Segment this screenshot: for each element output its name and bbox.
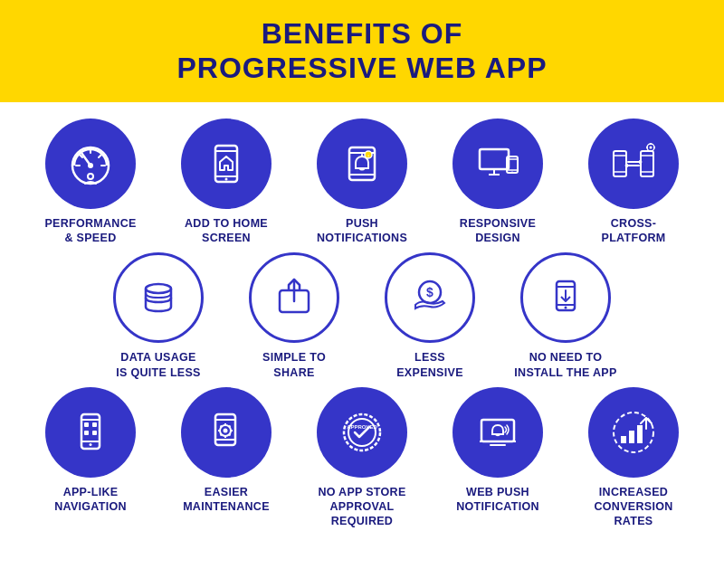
svg-rect-54 [84,431,89,435]
svg-line-67 [229,425,231,427]
svg-point-46 [565,307,567,309]
label-responsive: RESPONSIVEDESIGN [460,216,536,246]
circle-webpush [452,387,543,478]
svg-text:APPROVED: APPROVED [347,424,377,430]
label-cross: CROSS-PLATFORM [602,216,666,246]
label-home: ADD TO HOMESCREEN [185,216,268,246]
svg-rect-27 [641,151,653,176]
svg-point-60 [224,428,228,432]
circle-cross [588,119,679,209]
label-maintenance: EASIERMAINTENANCE [183,485,270,515]
svg-rect-24 [614,151,626,176]
svg-point-10 [225,177,228,180]
row-1: PERFORMANCE& SPEED ADD TO HOMESCREEN [18,119,706,246]
circle-data [113,252,204,343]
label-webpush: WEB PUSHNOTIFICATION [456,485,539,515]
svg-point-6 [88,174,93,179]
svg-rect-76 [629,431,634,443]
circle-performance [45,119,136,209]
label-noinstall: NO NEED TOINSTALL THE APP [514,350,616,380]
svg-point-70 [348,419,376,446]
circle-appnav [45,387,136,478]
svg-rect-53 [92,422,97,427]
item-webpush: WEB PUSHNOTIFICATION [434,387,561,529]
item-noinstall: NO NEED TOINSTALL THE APP [502,252,629,380]
circle-noinstall [520,252,611,343]
page-title: BENEFITS OFPROGRESSIVE WEB APP [9,16,715,86]
svg-rect-17 [480,149,509,169]
item-appstore: APPROVED NO APP STOREAPPROVALREQUIRED [299,387,425,529]
content: PERFORMANCE& SPEED ADD TO HOMESCREEN [0,102,724,545]
circle-responsive [452,119,543,209]
row-3: APP-LIKENAVIGATION [18,387,706,529]
svg-text:$: $ [426,285,433,299]
svg-rect-55 [92,431,97,435]
circle-push: ! [317,119,407,209]
row-2: DATA USAGEIS QUITE LESS SIMPLE TOSHARE $ [18,252,706,380]
header: BENEFITS OFPROGRESSIVE WEB APP [0,0,724,102]
item-performance: PERFORMANCE& SPEED [27,119,154,246]
svg-rect-52 [84,422,89,427]
circle-share [249,252,339,343]
svg-line-65 [221,425,223,427]
svg-rect-75 [621,436,626,443]
label-performance: PERFORMANCE& SPEED [44,216,136,246]
item-maintenance: EASIERMAINTENANCE [163,387,290,529]
item-cross: CROSS-PLATFORM [570,119,697,246]
svg-point-23 [511,171,513,173]
label-appnav: APP-LIKENAVIGATION [54,485,127,515]
circle-home [181,119,272,209]
label-conversion: INCREASEDCONVERSIONRATES [594,485,672,529]
item-push: ! PUSHNOTIFICATIONS [299,119,425,246]
svg-point-51 [90,443,92,446]
item-conversion: INCREASEDCONVERSIONRATES [570,387,697,529]
circle-expensive: $ [385,252,475,343]
svg-line-68 [221,434,223,436]
svg-point-2 [88,163,93,168]
svg-point-33 [650,146,653,148]
label-appstore: NO APP STOREAPPROVALREQUIRED [318,485,405,529]
item-responsive: RESPONSIVEDESIGN [434,119,561,246]
item-share: SIMPLE TOSHARE [231,252,357,380]
item-data: DATA USAGEIS QUITE LESS [95,252,222,380]
label-share: SIMPLE TOSHARE [262,350,326,380]
label-expensive: LESSEXPENSIVE [396,350,463,380]
svg-line-66 [229,434,231,436]
circle-appstore: APPROVED [317,387,407,478]
label-data: DATA USAGEIS QUITE LESS [116,350,201,380]
svg-rect-77 [637,425,643,443]
item-appnav: APP-LIKENAVIGATION [27,387,154,529]
circle-conversion [588,387,679,478]
label-push: PUSHNOTIFICATIONS [317,216,407,246]
item-expensive: $ LESSEXPENSIVE [367,252,493,380]
svg-point-38 [146,284,171,293]
circle-maintenance [181,387,272,478]
item-home: ADD TO HOMESCREEN [163,119,290,246]
